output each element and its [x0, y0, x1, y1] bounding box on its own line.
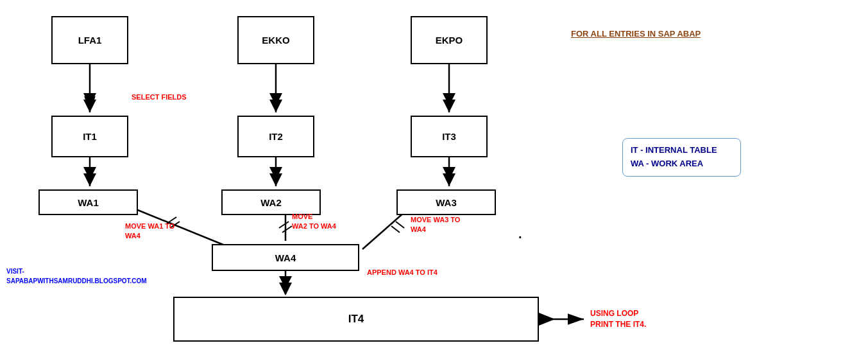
svg-marker-19: [443, 167, 455, 180]
svg-line-25: [282, 226, 292, 232]
visit-label: VISIT-SAPABAPWITHSAMRUDDHI.BLOGSPOT.COM: [6, 267, 147, 286]
select-fields-label: SELECT FIELDS: [132, 93, 187, 101]
diagram-container: LFA1 EKKO EKPO SELECT FIELDS IT1 IT2 IT3…: [0, 0, 868, 350]
svg-marker-33: [539, 313, 555, 326]
svg-marker-3: [83, 100, 96, 112]
move-wa3-label: MOVE WA3 TOWA4: [411, 215, 460, 235]
lfa1-box: LFA1: [51, 16, 128, 64]
svg-marker-7: [269, 93, 282, 106]
wa4-label: WA4: [275, 252, 296, 263]
wa1-box: WA1: [38, 189, 138, 215]
svg-marker-10: [443, 93, 455, 106]
wa2-box: WA2: [221, 189, 321, 215]
it3-box: IT3: [411, 116, 488, 157]
append-wa4-label: APPEND WA4 TO IT4: [367, 268, 438, 276]
using-loop-label: USING LOOPPRINT THE IT4.: [590, 308, 646, 330]
lfa1-label: LFA1: [78, 35, 102, 46]
it4-box: IT4: [173, 297, 539, 342]
legend-line2: WA - WORK AREA: [631, 159, 703, 168]
svg-line-28: [391, 226, 400, 232]
svg-marker-16: [269, 167, 282, 180]
it1-label: IT1: [83, 131, 97, 142]
wa2-label: WA2: [260, 197, 282, 208]
svg-marker-30: [279, 283, 292, 295]
svg-marker-9: [443, 100, 455, 112]
legend-box: IT - INTERNAL TABLE WA - WORK AREA: [622, 138, 741, 177]
it4-label: IT4: [348, 313, 364, 326]
it1-box: IT1: [51, 116, 128, 157]
ekko-label: EKKO: [262, 35, 289, 46]
wa4-box: WA4: [212, 244, 359, 271]
svg-marker-6: [269, 100, 282, 112]
svg-marker-18: [443, 173, 455, 186]
it3-label: IT3: [442, 131, 456, 142]
svg-marker-31: [279, 276, 292, 289]
svg-marker-13: [83, 167, 96, 180]
legend-line1: IT - INTERNAL TABLE: [631, 145, 717, 155]
wa1-label: WA1: [78, 197, 99, 208]
it2-box: IT2: [237, 116, 314, 157]
ekpo-label: EKPO: [436, 35, 463, 46]
svg-line-27: [396, 222, 404, 228]
dot-label: .: [518, 227, 522, 241]
svg-marker-15: [269, 173, 282, 186]
move-wa2-label: MOVEWA2 TO WA4: [292, 212, 336, 232]
move-wa1-label: MOVE WA1 TOWA4: [125, 222, 174, 241]
it2-label: IT2: [269, 131, 283, 142]
wa3-box: WA3: [396, 189, 496, 215]
ekko-box: EKKO: [237, 16, 314, 64]
ekpo-box: EKPO: [411, 16, 488, 64]
svg-marker-4: [83, 93, 96, 106]
for-all-entries-label: FOR ALL ENTRIES IN SAP ABAP: [571, 29, 701, 39]
wa3-label: WA3: [436, 197, 457, 208]
svg-line-24: [279, 222, 289, 228]
svg-marker-12: [83, 173, 96, 186]
